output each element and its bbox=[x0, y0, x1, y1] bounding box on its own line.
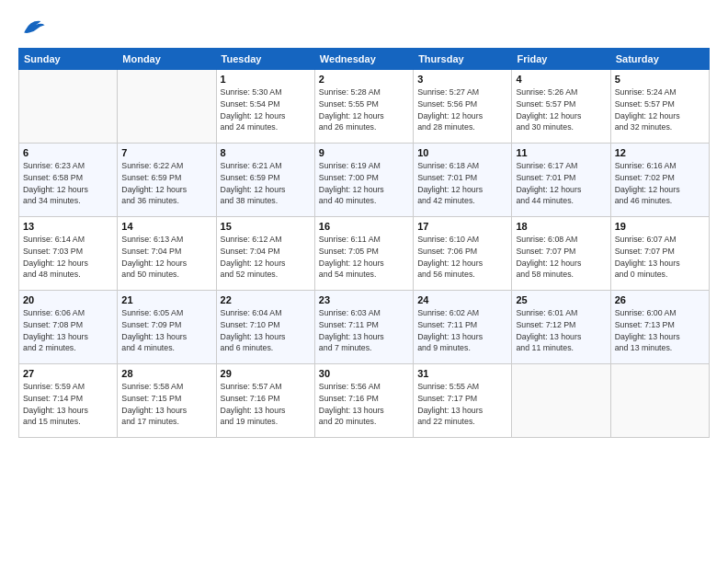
calendar-week-5: 27Sunrise: 5:59 AM Sunset: 7:14 PM Dayli… bbox=[19, 364, 710, 438]
day-number: 17 bbox=[417, 221, 507, 232]
day-info: Sunrise: 6:05 AM Sunset: 7:09 PM Dayligh… bbox=[121, 307, 211, 354]
day-info: Sunrise: 6:23 AM Sunset: 6:58 PM Dayligh… bbox=[23, 160, 113, 207]
calendar-cell: 14Sunrise: 6:13 AM Sunset: 7:04 PM Dayli… bbox=[118, 217, 216, 291]
day-info: Sunrise: 6:04 AM Sunset: 7:10 PM Dayligh… bbox=[221, 307, 311, 354]
day-info: Sunrise: 6:14 AM Sunset: 7:03 PM Dayligh… bbox=[23, 234, 113, 281]
day-info: Sunrise: 5:30 AM Sunset: 5:54 PM Dayligh… bbox=[221, 86, 311, 133]
day-info: Sunrise: 5:56 AM Sunset: 7:16 PM Dayligh… bbox=[319, 381, 409, 428]
day-number: 8 bbox=[221, 147, 311, 158]
day-number: 11 bbox=[516, 147, 606, 158]
day-number: 2 bbox=[319, 74, 409, 85]
day-number: 19 bbox=[615, 221, 705, 232]
calendar-cell: 25Sunrise: 6:01 AM Sunset: 7:12 PM Dayli… bbox=[512, 291, 610, 364]
calendar-cell: 8Sunrise: 6:21 AM Sunset: 6:59 PM Daylig… bbox=[216, 144, 314, 217]
calendar-table: SundayMondayTuesdayWednesdayThursdayFrid… bbox=[18, 48, 710, 438]
calendar-cell: 16Sunrise: 6:11 AM Sunset: 7:05 PM Dayli… bbox=[314, 217, 413, 291]
header bbox=[18, 15, 710, 42]
calendar-cell: 15Sunrise: 6:12 AM Sunset: 7:04 PM Dayli… bbox=[216, 217, 314, 291]
day-info: Sunrise: 6:06 AM Sunset: 7:08 PM Dayligh… bbox=[23, 307, 113, 354]
day-info: Sunrise: 6:03 AM Sunset: 7:11 PM Dayligh… bbox=[319, 307, 409, 354]
day-number: 1 bbox=[221, 74, 311, 85]
calendar-cell: 1Sunrise: 5:30 AM Sunset: 5:54 PM Daylig… bbox=[216, 70, 314, 144]
calendar-week-3: 13Sunrise: 6:14 AM Sunset: 7:03 PM Dayli… bbox=[19, 217, 710, 291]
calendar-cell bbox=[118, 70, 216, 144]
calendar-cell: 9Sunrise: 6:19 AM Sunset: 7:00 PM Daylig… bbox=[314, 144, 413, 217]
day-number: 29 bbox=[221, 368, 311, 379]
day-number: 30 bbox=[319, 368, 409, 379]
calendar-cell: 5Sunrise: 5:24 AM Sunset: 5:57 PM Daylig… bbox=[610, 70, 709, 144]
day-number: 31 bbox=[417, 368, 507, 379]
day-info: Sunrise: 6:16 AM Sunset: 7:02 PM Dayligh… bbox=[615, 160, 705, 207]
day-number: 4 bbox=[516, 74, 606, 85]
calendar-cell: 23Sunrise: 6:03 AM Sunset: 7:11 PM Dayli… bbox=[314, 291, 413, 364]
day-info: Sunrise: 6:08 AM Sunset: 7:07 PM Dayligh… bbox=[516, 234, 606, 281]
day-info: Sunrise: 6:10 AM Sunset: 7:06 PM Dayligh… bbox=[417, 234, 507, 281]
day-number: 3 bbox=[417, 74, 507, 85]
day-info: Sunrise: 6:19 AM Sunset: 7:00 PM Dayligh… bbox=[319, 160, 409, 207]
day-number: 6 bbox=[23, 147, 113, 158]
day-number: 20 bbox=[23, 294, 113, 305]
day-info: Sunrise: 5:55 AM Sunset: 7:17 PM Dayligh… bbox=[417, 381, 507, 428]
day-number: 7 bbox=[121, 147, 211, 158]
day-header-thursday: Thursday bbox=[414, 49, 512, 70]
calendar-cell: 7Sunrise: 6:22 AM Sunset: 6:59 PM Daylig… bbox=[118, 144, 216, 217]
day-number: 14 bbox=[121, 221, 211, 232]
calendar-week-2: 6Sunrise: 6:23 AM Sunset: 6:58 PM Daylig… bbox=[19, 144, 710, 217]
day-number: 9 bbox=[319, 147, 409, 158]
calendar-cell: 10Sunrise: 6:18 AM Sunset: 7:01 PM Dayli… bbox=[414, 144, 512, 217]
day-info: Sunrise: 6:07 AM Sunset: 7:07 PM Dayligh… bbox=[615, 234, 705, 281]
calendar-cell: 18Sunrise: 6:08 AM Sunset: 7:07 PM Dayli… bbox=[512, 217, 610, 291]
day-info: Sunrise: 6:17 AM Sunset: 7:01 PM Dayligh… bbox=[516, 160, 606, 207]
day-header-monday: Monday bbox=[118, 49, 216, 70]
calendar-cell: 2Sunrise: 5:28 AM Sunset: 5:55 PM Daylig… bbox=[314, 70, 413, 144]
calendar-cell: 11Sunrise: 6:17 AM Sunset: 7:01 PM Dayli… bbox=[512, 144, 610, 217]
day-number: 15 bbox=[221, 221, 311, 232]
calendar-cell: 13Sunrise: 6:14 AM Sunset: 7:03 PM Dayli… bbox=[19, 217, 118, 291]
day-info: Sunrise: 6:22 AM Sunset: 6:59 PM Dayligh… bbox=[121, 160, 211, 207]
day-number: 21 bbox=[121, 294, 211, 305]
day-number: 23 bbox=[319, 294, 409, 305]
day-number: 12 bbox=[615, 147, 705, 158]
day-header-sunday: Sunday bbox=[19, 49, 118, 70]
calendar-week-4: 20Sunrise: 6:06 AM Sunset: 7:08 PM Dayli… bbox=[19, 291, 710, 364]
calendar-week-1: 1Sunrise: 5:30 AM Sunset: 5:54 PM Daylig… bbox=[19, 70, 710, 144]
day-info: Sunrise: 5:27 AM Sunset: 5:56 PM Dayligh… bbox=[417, 86, 507, 133]
logo bbox=[18, 15, 46, 42]
day-number: 18 bbox=[516, 221, 606, 232]
day-info: Sunrise: 5:26 AM Sunset: 5:57 PM Dayligh… bbox=[516, 86, 606, 133]
day-header-saturday: Saturday bbox=[610, 49, 709, 70]
calendar-header-row: SundayMondayTuesdayWednesdayThursdayFrid… bbox=[19, 49, 710, 70]
day-info: Sunrise: 5:59 AM Sunset: 7:14 PM Dayligh… bbox=[23, 381, 113, 428]
calendar-cell: 28Sunrise: 5:58 AM Sunset: 7:15 PM Dayli… bbox=[118, 364, 216, 438]
day-info: Sunrise: 6:00 AM Sunset: 7:13 PM Dayligh… bbox=[615, 307, 705, 354]
calendar-cell: 19Sunrise: 6:07 AM Sunset: 7:07 PM Dayli… bbox=[610, 217, 709, 291]
day-info: Sunrise: 5:24 AM Sunset: 5:57 PM Dayligh… bbox=[615, 86, 705, 133]
day-number: 27 bbox=[23, 368, 113, 379]
calendar-cell: 20Sunrise: 6:06 AM Sunset: 7:08 PM Dayli… bbox=[19, 291, 118, 364]
calendar-cell: 29Sunrise: 5:57 AM Sunset: 7:16 PM Dayli… bbox=[216, 364, 314, 438]
day-info: Sunrise: 6:12 AM Sunset: 7:04 PM Dayligh… bbox=[221, 234, 311, 281]
day-number: 28 bbox=[121, 368, 211, 379]
calendar-cell: 27Sunrise: 5:59 AM Sunset: 7:14 PM Dayli… bbox=[19, 364, 118, 438]
day-info: Sunrise: 6:21 AM Sunset: 6:59 PM Dayligh… bbox=[221, 160, 311, 207]
day-info: Sunrise: 6:11 AM Sunset: 7:05 PM Dayligh… bbox=[319, 234, 409, 281]
day-info: Sunrise: 6:13 AM Sunset: 7:04 PM Dayligh… bbox=[121, 234, 211, 281]
calendar-cell: 31Sunrise: 5:55 AM Sunset: 7:17 PM Dayli… bbox=[414, 364, 512, 438]
calendar-cell: 3Sunrise: 5:27 AM Sunset: 5:56 PM Daylig… bbox=[414, 70, 512, 144]
day-number: 10 bbox=[417, 147, 507, 158]
day-number: 16 bbox=[319, 221, 409, 232]
calendar-cell: 6Sunrise: 6:23 AM Sunset: 6:58 PM Daylig… bbox=[19, 144, 118, 217]
calendar-cell bbox=[19, 70, 118, 144]
day-number: 5 bbox=[615, 74, 705, 85]
calendar-cell: 30Sunrise: 5:56 AM Sunset: 7:16 PM Dayli… bbox=[314, 364, 413, 438]
calendar-cell bbox=[512, 364, 610, 438]
day-number: 13 bbox=[23, 221, 113, 232]
day-header-friday: Friday bbox=[512, 49, 610, 70]
calendar-cell: 26Sunrise: 6:00 AM Sunset: 7:13 PM Dayli… bbox=[610, 291, 709, 364]
day-header-wednesday: Wednesday bbox=[314, 49, 413, 70]
calendar-cell: 21Sunrise: 6:05 AM Sunset: 7:09 PM Dayli… bbox=[118, 291, 216, 364]
logo-bird-icon bbox=[20, 15, 46, 40]
calendar-cell: 12Sunrise: 6:16 AM Sunset: 7:02 PM Dayli… bbox=[610, 144, 709, 217]
page: SundayMondayTuesdayWednesdayThursdayFrid… bbox=[0, 0, 728, 447]
day-info: Sunrise: 5:57 AM Sunset: 7:16 PM Dayligh… bbox=[221, 381, 311, 428]
